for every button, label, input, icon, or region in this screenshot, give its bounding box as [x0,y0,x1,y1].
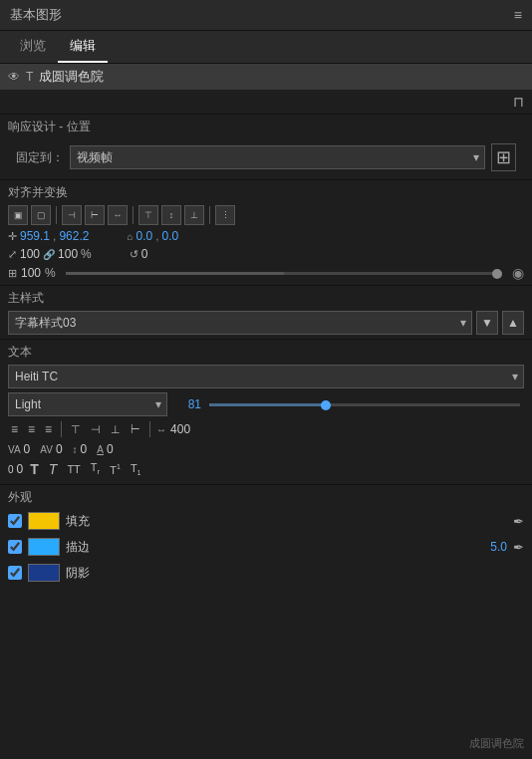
text-section: 文本 Heiti TC Arial Light Regular Bold 81 … [0,339,532,484]
fstyle-sub-btn[interactable]: T1 [128,461,144,477]
distribute-btn[interactable]: ⋮ [215,205,235,225]
align-bottom-text-btn[interactable]: ⊥ [108,421,124,438]
kern-val2[interactable]: 0 [56,442,63,456]
scale-end-icon[interactable]: ◉ [512,265,524,281]
master-down-btn[interactable]: ▼ [476,311,498,335]
stroke-swatch[interactable] [28,538,60,556]
shadow-row: 阴影 [8,562,524,584]
anchor-xy-group: ⌂ 0.0 , 0.0 [127,229,178,243]
align-left-text-btn[interactable]: ≡ [8,420,21,438]
fill-swatch[interactable] [28,512,60,530]
kern-icon1: VA [8,444,21,455]
scale-value[interactable]: 100 [21,266,41,280]
fstyle-super-btn[interactable]: T1 [107,462,124,477]
kern-val1[interactable]: 0 [24,442,31,456]
responsive-pin-row: 固定到： 视频帧 图形 图层 ⊞ [8,139,524,175]
fstyle-bold-btn[interactable]: T [27,460,42,478]
scale-row: ⊞ 100 % ◉ [8,265,524,281]
watermark: 成圆调色院 [469,736,524,751]
align-center-text-btn[interactable]: ≡ [25,420,38,438]
tab-edit[interactable]: 编辑 [58,31,108,63]
align-top-text-btn[interactable]: ⊤ [68,421,84,438]
text-align-row: ≡ ≡ ≡ ⊤ ⊣ ⊥ ⊢ ↔ 400 [8,420,524,438]
fstyle-italic-btn[interactable]: T [46,460,61,478]
eye-icon[interactable]: 👁 [8,70,20,84]
align-label: 对齐并变换 [8,184,524,201]
anchor-y-value[interactable]: 0.0 [161,229,178,243]
size-row: ⤢ 100 🔗 100 % ↺ 0 [8,247,524,261]
font-size-slider[interactable] [209,403,520,406]
align-fit-btn[interactable]: ▢ [31,205,51,225]
pin-select[interactable]: 视频帧 图形 图层 [70,145,485,169]
fstyle-smallcaps-btn[interactable]: Tr [88,460,103,477]
header: 基本图形 ≡ [0,0,532,31]
align-vcenter-btn[interactable]: ↕ [161,205,181,225]
align-left-btn[interactable]: ⊣ [62,205,82,225]
align-vmid-text-btn[interactable]: ⊣ [88,421,104,438]
stroke-value[interactable]: 5.0 [490,540,507,554]
text-align-sep1 [61,421,62,437]
fstyle-group0: 0 0 [8,462,23,476]
pin-select-wrapper: 视频帧 图形 图层 [70,145,485,169]
align-dist-text-btn[interactable]: ⊢ [128,421,143,438]
align-hcenter-btn[interactable]: ⊢ [85,205,105,225]
fill-row: 填充 ✒ [8,510,524,532]
align-tl-btn[interactable]: ▣ [8,205,28,225]
shadow-label: 阴影 [66,565,524,582]
font-style-btn-row: 0 0 T T TT Tr T1 T1 [8,460,524,478]
baseline-group: A 0 [97,442,113,456]
align-section: 对齐并变换 ▣ ▢ ⊣ ⊢ ↔ ⊤ ↕ ⊥ ⋮ ✛ 959.1 , 962.2 … [0,179,532,285]
rotate-icon: ↺ [130,248,138,261]
master-select[interactable]: 字幕样式03 字幕样式01 字幕样式02 [8,311,472,335]
height-value[interactable]: 100 [58,247,78,261]
stroke-checkbox[interactable] [8,540,22,554]
menu-icon[interactable]: ≡ [514,7,522,23]
rotation-group: ↺ 0 [130,247,148,261]
scale-slider[interactable] [66,272,502,275]
width-value[interactable]: 100 [20,247,40,261]
kerning-row: VA 0 AV 0 ↕ 0 A 0 [8,442,524,456]
anchor-corner: ⊓ [0,90,532,114]
align-right-btn[interactable]: ↔ [108,205,128,225]
font-family-select[interactable]: Heiti TC Arial [8,365,524,388]
stroke-label: 描边 [66,539,484,556]
master-up-btn[interactable]: ▲ [502,311,524,335]
font-size-input[interactable]: 81 [171,397,201,411]
shadow-checkbox[interactable] [8,566,22,580]
stroke-eyedropper[interactable]: ✒ [513,540,524,555]
text-label: 文本 [8,344,524,361]
shadow-swatch[interactable] [28,564,60,582]
align-right-text-btn[interactable]: ≡ [42,420,55,438]
header-title: 基本图形 [10,6,62,24]
master-row: 字幕样式03 字幕样式01 字幕样式02 ▼ ▲ [8,311,524,335]
letter-spacing-value[interactable]: 400 [170,422,190,436]
fill-eyedropper[interactable]: ✒ [513,514,524,529]
pos-y-value[interactable]: 962.2 [59,229,89,243]
layer-name: 成圆调色院 [39,68,524,86]
font-family-select-wrap: Heiti TC Arial [8,365,524,388]
anchor-icon[interactable]: ⊓ [513,94,524,110]
fill-checkbox[interactable] [8,514,22,528]
fstyle-allcaps-btn[interactable]: TT [64,462,83,476]
font-style-select[interactable]: Light Regular Bold [8,392,167,416]
frame-anchor-icon[interactable]: ⊞ [491,143,516,171]
resize-icon: ⤢ [8,248,17,261]
align-top-btn[interactable]: ⊤ [138,205,158,225]
leading-val[interactable]: 0 [81,442,88,456]
tab-browse[interactable]: 浏览 [8,31,58,63]
font-style-row: Light Regular Bold 81 [8,392,524,416]
master-section: 主样式 字幕样式03 字幕样式01 字幕样式02 ▼ ▲ [0,285,532,339]
baseline-icon: A [97,444,104,455]
link-icon[interactable]: 🔗 [43,249,55,260]
tab-bar: 浏览 编辑 [0,31,532,64]
align-bottom-btn[interactable]: ⊥ [184,205,204,225]
type-icon: T [26,70,33,84]
anchor-x-value[interactable]: 0.0 [135,229,152,243]
baseline-val[interactable]: 0 [107,442,114,456]
position-row: ✛ 959.1 , 962.2 ⌂ 0.0 , 0.0 [8,229,524,243]
fstyle-val[interactable]: 0 [8,464,14,475]
pos-x-value[interactable]: 959.1 [20,229,50,243]
layer-row: 👁 T 成圆调色院 [0,64,532,90]
rotation-value[interactable]: 0 [141,247,148,261]
pin-label: 固定到： [16,149,64,166]
